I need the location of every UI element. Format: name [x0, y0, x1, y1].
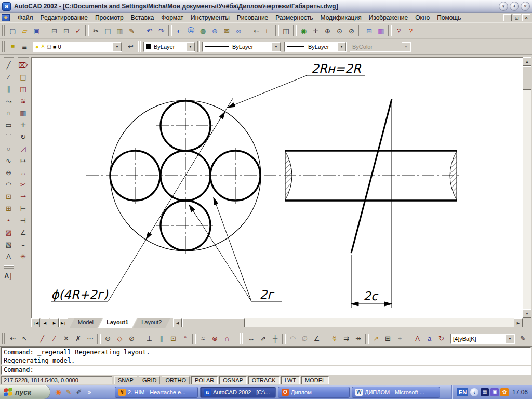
autocad-today-icon[interactable]: ◐ [173, 25, 185, 37]
scroll-left-icon[interactable]: ◀ [173, 318, 182, 327]
print-preview-icon[interactable]: ⊡ [60, 25, 72, 37]
radius-dimension-icon[interactable]: ◠ [287, 332, 299, 344]
lengthen-icon[interactable]: ↔ [17, 167, 29, 179]
lwt-toggle[interactable]: LWT [281, 376, 300, 384]
osnap-toggle[interactable]: OSNAP [219, 376, 247, 384]
menu-insert[interactable]: Вставка [127, 14, 158, 22]
snap-none-icon[interactable]: ⊗ [209, 332, 221, 344]
tab-scroll-first-icon[interactable]: ❘◀ [31, 318, 40, 327]
network-tray-icon[interactable]: ▣ [490, 388, 499, 396]
point-icon[interactable]: • [3, 215, 15, 227]
messenger-tray-icon[interactable]: ✿ [500, 388, 509, 396]
hyperlink-icon[interactable]: ∞ [233, 25, 245, 37]
menu-modify[interactable]: Модификация [317, 14, 365, 22]
scale-icon[interactable]: ◿ [17, 143, 29, 155]
language-indicator[interactable]: EN [457, 388, 468, 396]
scroll-right-icon[interactable]: ▶ [514, 318, 523, 327]
move-icon[interactable]: ✛ [17, 119, 29, 131]
explode-icon[interactable]: ✳ [17, 250, 29, 262]
title-bar[interactable]: a AutoCAD 2002 - [C:\Documents and Setti… [0, 0, 532, 13]
trim-icon[interactable]: ✂ [17, 179, 29, 191]
osnap-settings-icon[interactable]: ∩ [221, 332, 233, 344]
task-diplom-folder[interactable]: O Диплом [278, 387, 350, 398]
multiline-icon[interactable]: ∥ [3, 83, 15, 95]
rectangle-icon[interactable]: ▭ [3, 119, 15, 131]
erase-icon[interactable]: ⌦ [17, 59, 29, 71]
angular-dimension-icon[interactable]: ∠ [311, 332, 323, 344]
extend-icon[interactable]: ⇀ [17, 191, 29, 203]
spelling-icon[interactable]: ✓ [72, 25, 84, 37]
tolerance-icon[interactable]: ⊞ [382, 332, 394, 344]
snap-insert-icon[interactable]: ⊡ [167, 332, 179, 344]
linetype-combo[interactable]: ByLayer ▼ [202, 42, 281, 52]
circle-icon[interactable]: ○ [3, 143, 15, 155]
linear-dimension-icon[interactable]: ↔ [245, 332, 257, 344]
toolbar-grip[interactable] [2, 41, 5, 52]
tab-model[interactable]: Model [70, 318, 102, 328]
chamfer-icon[interactable]: ∠ [17, 227, 29, 238]
vertical-scroll-thumb[interactable] [523, 66, 531, 90]
menu-edit[interactable]: Редактирование [37, 14, 91, 22]
snap-quadrant-icon[interactable]: ◇ [114, 332, 126, 344]
chevron-down-icon[interactable]: ▼ [506, 334, 514, 343]
publish-to-web-icon[interactable]: ⊕ [209, 25, 221, 37]
ordinate-dimension-icon[interactable]: ┼ [269, 332, 281, 344]
layers-icon[interactable]: ≣ [19, 41, 31, 52]
dwg-file-icon[interactable]: ❖ [2, 14, 10, 21]
region-icon[interactable]: ▧ [3, 238, 15, 250]
designcenter-icon[interactable]: ▦ [375, 25, 387, 37]
dim-style-combo[interactable]: [4]yBa[K] ▼ [450, 334, 515, 344]
snap-apparent-intersection-icon[interactable]: ✗ [72, 332, 84, 344]
snap-midpoint-icon[interactable]: ∕ [48, 332, 60, 344]
snap-from-icon[interactable]: ↖ [19, 332, 31, 344]
scroll-down-icon[interactable]: ▼ [523, 309, 531, 318]
snap-endpoint-icon[interactable]: ╱ [36, 332, 48, 344]
chevron-down-icon[interactable]: ▼ [337, 42, 346, 51]
vertical-scrollbar[interactable]: ▲ ▼ [523, 57, 531, 318]
snap-parallel-icon[interactable]: ∥ [155, 332, 167, 344]
dimension-style-icon[interactable]: ✎ [517, 332, 529, 344]
copy-object-icon[interactable]: ▤ [17, 71, 29, 83]
temporary-track-point-icon[interactable]: ⇠ [250, 25, 262, 37]
help-icon[interactable]: ? [393, 25, 405, 37]
make-object-layer-current-icon[interactable]: ≡ [7, 41, 19, 52]
polar-toggle[interactable]: POLAR [191, 376, 218, 384]
snap-toggle[interactable]: SNAP [114, 376, 137, 384]
zoom-previous-icon[interactable]: ⊘ [345, 25, 357, 37]
tab-layout1[interactable]: Layout1 [98, 318, 137, 328]
make-block-icon[interactable]: ⊞ [3, 203, 15, 215]
command-history[interactable]: Command: _regenall Regenerating layout. … [1, 347, 531, 365]
horizontal-scrollbar[interactable]: ◀ ▶ [173, 318, 523, 327]
snap-intersection-icon[interactable]: ✕ [60, 332, 72, 344]
mdi-close-icon[interactable]: ✕ [522, 14, 530, 21]
offset-icon[interactable]: ≋ [17, 95, 29, 107]
new-file-icon[interactable]: ▢ [7, 25, 19, 37]
chevron-down-icon[interactable]: ▼ [272, 42, 281, 51]
named-views-icon[interactable]: ◫ [280, 25, 292, 37]
save-file-icon[interactable]: ▣ [31, 25, 43, 37]
toolbar-grip[interactable] [4, 57, 14, 58]
snap-perpendicular-icon[interactable]: ⊥ [143, 332, 155, 344]
center-mark-icon[interactable]: + [394, 332, 406, 344]
toolbar-grip[interactable] [138, 41, 142, 52]
tab-layout2[interactable]: Layout2 [133, 318, 170, 328]
grid-toggle[interactable]: GRID [139, 376, 161, 384]
snap-node-icon[interactable]: ° [179, 332, 191, 344]
color-combo[interactable]: ByLayer ▼ [143, 42, 195, 52]
construction-line-icon[interactable]: ∕ [3, 71, 15, 83]
meet-now-icon[interactable]: ◍ [197, 25, 209, 37]
zoom-window-icon[interactable]: ⊙ [334, 25, 345, 37]
snap-extension-icon[interactable]: ⋯ [84, 332, 96, 344]
dimension-text-edit-icon[interactable]: a [423, 332, 435, 344]
break-at-point-icon[interactable]: ⊢ [17, 203, 29, 215]
dimension-edit-icon[interactable]: A [411, 332, 423, 344]
mdi-minimize-icon[interactable]: _ [503, 14, 512, 21]
rotate-icon[interactable]: ↻ [17, 131, 29, 143]
command-prompt[interactable]: Command: [1, 366, 531, 375]
print-icon[interactable]: ⊟ [48, 25, 60, 37]
quicklaunch-overflow-icon[interactable]: » [85, 388, 94, 397]
arc-icon[interactable]: ⌒ [3, 131, 15, 143]
hide-tray-icons-chevron-icon[interactable]: ‹ [470, 388, 478, 396]
mdi-restore-icon[interactable]: ◱ [513, 14, 521, 21]
match-properties-icon[interactable]: ✎ [126, 25, 138, 37]
